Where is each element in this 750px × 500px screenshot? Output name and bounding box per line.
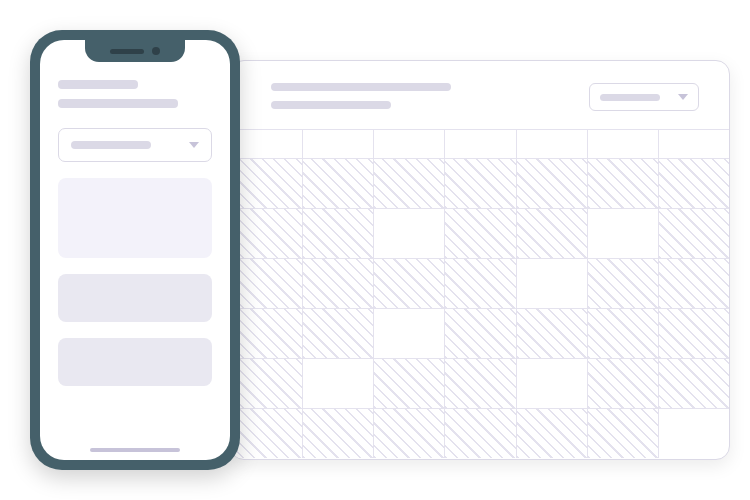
calendar-cell[interactable] (302, 208, 373, 258)
calendar-cell[interactable] (373, 258, 444, 308)
calendar-grid (231, 129, 729, 458)
desktop-filter-dropdown[interactable] (589, 83, 699, 111)
phone-header (58, 80, 212, 108)
calendar-cell[interactable] (516, 308, 587, 358)
calendar-cell[interactable] (516, 408, 587, 458)
calendar-cell[interactable] (302, 158, 373, 208)
calendar-cell[interactable] (516, 358, 587, 408)
calendar-cell[interactable] (231, 258, 302, 308)
chevron-down-icon (678, 94, 688, 100)
calendar-cell[interactable] (373, 158, 444, 208)
calendar-header-cell (587, 130, 658, 158)
dropdown-selected-label (600, 94, 660, 101)
calendar-cell[interactable] (658, 358, 729, 408)
calendar-header-cell (444, 130, 515, 158)
calendar-cell[interactable] (587, 308, 658, 358)
calendar-cell[interactable] (444, 258, 515, 308)
calendar-cell[interactable] (658, 408, 729, 458)
calendar-cell[interactable] (587, 358, 658, 408)
calendar-cell[interactable] (516, 208, 587, 258)
calendar-cell[interactable] (516, 258, 587, 308)
home-indicator (90, 448, 180, 452)
calendar-header-cell (373, 130, 444, 158)
calendar-cell[interactable] (444, 208, 515, 258)
dropdown-selected-label (71, 141, 151, 149)
calendar-cell[interactable] (658, 308, 729, 358)
calendar-cell[interactable] (444, 408, 515, 458)
calendar-cell[interactable] (231, 158, 302, 208)
phone-subtitle (58, 99, 178, 108)
calendar-cell[interactable] (373, 208, 444, 258)
calendar-header-cell (231, 130, 302, 158)
calendar-header-row (231, 130, 729, 158)
phone-filter-dropdown[interactable] (58, 128, 212, 162)
calendar-body (231, 158, 729, 458)
calendar-cell[interactable] (302, 358, 373, 408)
calendar-cell[interactable] (231, 408, 302, 458)
phone-frame (30, 30, 240, 470)
calendar-cell[interactable] (231, 208, 302, 258)
phone-title (58, 80, 138, 89)
calendar-header-cell (302, 130, 373, 158)
list-item[interactable] (58, 178, 212, 258)
calendar-cell[interactable] (444, 308, 515, 358)
calendar-cell[interactable] (587, 258, 658, 308)
phone-notch (85, 40, 185, 62)
calendar-cell[interactable] (587, 208, 658, 258)
calendar-cell[interactable] (302, 308, 373, 358)
calendar-cell[interactable] (373, 358, 444, 408)
page-subtitle (271, 101, 391, 109)
calendar-cell[interactable] (231, 358, 302, 408)
calendar-cell[interactable] (231, 308, 302, 358)
list-item[interactable] (58, 338, 212, 386)
phone-screen (40, 40, 230, 460)
calendar-cell[interactable] (373, 408, 444, 458)
chevron-down-icon (189, 142, 199, 148)
calendar-cell[interactable] (444, 158, 515, 208)
calendar-cell[interactable] (444, 358, 515, 408)
calendar-cell[interactable] (587, 158, 658, 208)
calendar-header-cell (516, 130, 587, 158)
calendar-header-cell (658, 130, 729, 158)
desktop-title-group (271, 83, 451, 109)
calendar-cell[interactable] (302, 258, 373, 308)
calendar-cell[interactable] (587, 408, 658, 458)
calendar-cell[interactable] (516, 158, 587, 208)
calendar-cell[interactable] (302, 408, 373, 458)
calendar-cell[interactable] (658, 258, 729, 308)
calendar-cell[interactable] (658, 158, 729, 208)
calendar-cell[interactable] (373, 308, 444, 358)
desktop-window (230, 60, 730, 460)
calendar-cell[interactable] (658, 208, 729, 258)
page-title (271, 83, 451, 91)
desktop-header (231, 61, 729, 129)
list-item[interactable] (58, 274, 212, 322)
phone-content (40, 40, 230, 416)
